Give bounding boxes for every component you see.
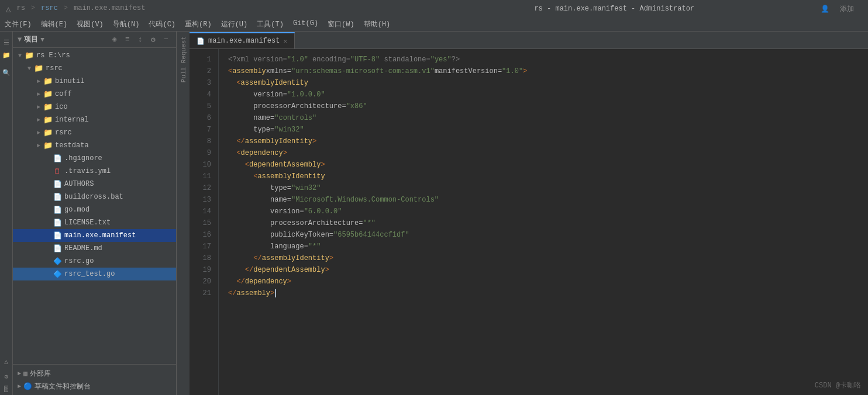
code-line-14: version="6.0.0.0" [228,206,868,217]
expand-arrow-binutil[interactable]: ► [34,78,43,85]
tree-item-rsrc[interactable]: ▼ 📁 rsrc [13,62,176,75]
breadcrumb-file[interactable]: main.exe.manifest [74,4,145,14]
tree-item-license[interactable]: ► 📄 LICENSE.txt [13,216,176,229]
code-line-15: processorArchitecture="*" [228,217,868,229]
title-bar: △ rs > rsrc > main.exe.manifest rs - mai… [0,0,868,18]
git-icon[interactable]: △ [1,355,12,367]
file-icon-readme: 📄 [53,244,62,253]
bar-chart-icon: ▩ [23,369,27,378]
folder-icon-rsrc: 📁 [34,64,43,73]
app-logo: △ [6,4,11,14]
collapse-all-btn[interactable]: ≡ [122,34,133,45]
code-line-3: <assemblyIdentity [228,77,868,89]
minimize-btn[interactable]: − [161,34,171,45]
breadcrumb-rs[interactable]: rs [16,4,25,14]
expand-arrow-ico[interactable]: ► [34,104,43,110]
expand-arrow-scratch[interactable]: ► [18,383,21,390]
file-icon-license: 📄 [53,219,62,227]
menu-run[interactable]: 运行(U) [216,18,253,30]
menu-edit[interactable]: 编辑(E) [36,18,73,30]
tree-item-ico[interactable]: ► 📁 ico [13,101,176,113]
line-numbers: 1 2 3 4 5 6 7 8 9 10 11 12 13 14 15 16 1… [190,49,219,395]
menu-bar-row: 文件(F) 编辑(E) 视图(V) 导航(N) 代码(C) 重构(R) 运行(U… [0,18,868,32]
folder-icon-rsrc-sub: 📁 [43,128,53,137]
menu-git[interactable]: Git(G) [288,18,323,30]
folder-icon-testdata: 📁 [43,141,53,150]
menu-help[interactable]: 帮助(H) [359,18,395,30]
tab-manifest[interactable]: 📄 main.exe.manifest ✕ [190,32,295,48]
expand-arrow-rs[interactable]: ▼ [15,53,25,59]
file-icon-rsrc-go: 🔷 [53,257,62,266]
tree-item-rsrc-go[interactable]: ► 🔷 rsrc.go [13,255,176,268]
database-icon[interactable]: 🗄 [1,383,12,395]
pull-request-label[interactable]: Pull Request [178,32,190,87]
search-icon[interactable]: 🔍 [1,67,12,78]
menu-navigate[interactable]: 导航(N) [108,18,144,30]
tree-item-gomod[interactable]: ► 📄 go.mod [13,203,176,216]
tree-item-testdata[interactable]: ► 📁 testdata [13,139,176,152]
menu-file[interactable]: 文件(F) [0,18,36,30]
menu-view[interactable]: 视图(V) [72,18,108,30]
code-line-9: <dependency> [228,147,868,159]
tree-item-rsrc-sub[interactable]: ► 📁 rsrc [13,126,176,139]
tab-bar: 📄 main.exe.manifest ✕ [190,32,868,49]
tree-item-binutil[interactable]: ► 📁 binutil [13,75,176,88]
window-title: rs - main.exe.manifest - Administrator [412,5,818,13]
sort-btn[interactable]: ↕ [135,34,146,45]
panel-actions: ⊕ ≡ ↕ ⚙ − [109,34,171,45]
breadcrumb-rsrc[interactable]: rsrc [41,4,58,14]
tree-item-travis[interactable]: ► 🗒 .travis.yml [13,165,176,178]
tree-item-manifest[interactable]: ► 📄 main.exe.manifest [13,229,176,242]
title-bar-right: 👤 添加 [817,3,862,15]
code-content[interactable]: <?xml version="1.0" encoding="UTF-8" sta… [219,49,868,395]
code-line-10: <dependentAssembly> [228,159,868,171]
tree-item-readme[interactable]: ► 📄 README.md [13,242,176,255]
code-line-20: </dependency> [228,276,868,287]
file-icon-gomod: 📄 [53,206,62,214]
add-button[interactable]: 添加 [836,3,857,15]
code-line-21: </assembly> [228,287,868,299]
tree-item-hgignore[interactable]: ► 📄 .hgignore [13,152,176,165]
code-line-13: name="Microsoft.Windows.Common-Controls" [228,194,868,206]
expand-arrow-testdata[interactable]: ► [34,143,43,149]
folder-icon-ico: 📁 [43,102,53,112]
expand-arrow-rsrc-sub[interactable]: ► [34,130,43,136]
user-icon[interactable]: 👤 [817,4,833,15]
file-icon-rsrc-test-go: 🔷 [53,270,62,279]
editor-area: 📄 main.exe.manifest ✕ 1 2 3 4 5 6 7 8 9 … [190,32,868,395]
menu-window[interactable]: 窗口(W) [323,18,359,30]
code-line-2: <assembly xmlns="urn:schemas-microsoft-c… [228,65,868,77]
code-line-8: </assemblyIdentity> [228,136,868,147]
tree-item-coff[interactable]: ► 📁 coff [13,88,176,101]
menu-items: 文件(F) 编辑(E) 视图(V) 导航(N) 代码(C) 重构(R) 运行(U… [0,18,395,30]
external-libs-item[interactable]: ► ▩ 外部库 [18,367,171,380]
locate-file-btn[interactable]: ⊕ [109,34,120,45]
expand-arrow-ext-libs[interactable]: ► [18,370,21,377]
gear-btn[interactable]: ⚙ [148,34,159,45]
tree-item-authors[interactable]: ► 📄 AUTHORS [13,178,176,190]
expand-arrow-internal[interactable]: ► [34,117,43,123]
expand-arrow-coff[interactable]: ► [34,91,43,98]
tree-item-buildcross[interactable]: ► 📄 buildcross.bat [13,190,176,203]
panel-title: ▼ 项目 ▼ [18,34,44,44]
code-line-11: <assemblyIdentity [228,171,868,182]
menu-tools[interactable]: 工具(T) [252,18,288,30]
file-icon-authors: 📄 [53,180,62,189]
tab-file-icon: 📄 [197,37,205,45]
tab-close-btn[interactable]: ✕ [283,37,287,45]
tree-item-internal[interactable]: ► 📁 internal [13,113,176,126]
panel-header: ▼ 项目 ▼ ⊕ ≡ ↕ ⚙ − [13,32,176,48]
settings-icon[interactable]: ⚙ [1,370,12,382]
code-line-7: type="win32" [228,124,868,136]
code-line-18: </assemblyIdentity> [228,252,868,264]
code-editor[interactable]: 1 2 3 4 5 6 7 8 9 10 11 12 13 14 15 16 1… [190,49,868,395]
file-icon-travis: 🗒 [53,167,62,176]
expand-arrow-rsrc[interactable]: ▼ [25,65,34,72]
sidebar-toggle-icon[interactable]: ☰ [1,36,12,48]
tree-item-rs[interactable]: ▼ 📁 rs E:\rs [13,49,176,62]
tree-item-rsrc-test-go[interactable]: ► 🔷 rsrc_test.go [13,268,176,280]
project-icon[interactable]: 📁 [1,49,12,61]
menu-refactor[interactable]: 重构(R) [180,18,216,30]
menu-code[interactable]: 代码(C) [144,18,180,30]
scratch-item[interactable]: ► 🔵 草稿文件和控制台 [18,380,171,393]
